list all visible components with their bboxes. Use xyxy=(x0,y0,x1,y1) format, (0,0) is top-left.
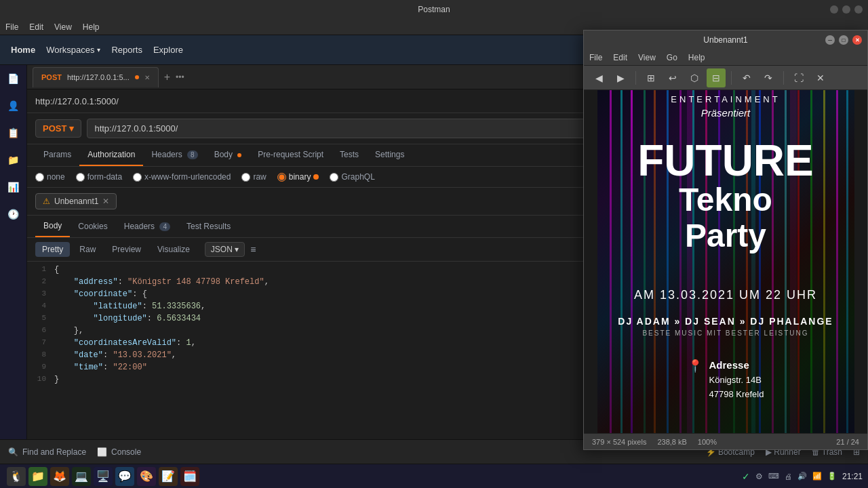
taskbar-wifi-icon[interactable]: 📶 xyxy=(812,472,822,481)
taskbar-files-icon[interactable]: 📁 xyxy=(28,467,47,486)
format-tab-preview[interactable]: Preview xyxy=(105,242,148,257)
viewer-rotate-right-button[interactable]: ↷ xyxy=(759,68,778,87)
sidebar-chart-icon[interactable]: 📊 xyxy=(5,179,22,195)
viewer-view-mode-button[interactable]: ⊟ xyxy=(707,68,726,87)
taskbar-pycharm-icon[interactable]: 🎨 xyxy=(137,467,156,486)
radio-form-data[interactable]: form-data xyxy=(76,172,122,182)
tab-body[interactable]: Body xyxy=(206,144,250,166)
viewer-close-button[interactable]: ✕ xyxy=(852,35,862,45)
poster-address-line2: 47798 Krefeld xyxy=(709,388,764,402)
resp-tab-cookies[interactable]: Cookies xyxy=(70,216,115,237)
viewer-menu-edit[interactable]: Edit xyxy=(613,53,627,62)
poster-address-line1: Königstr. 14B xyxy=(709,373,764,388)
viewer-resize-button[interactable]: □ xyxy=(839,35,848,45)
menu-help[interactable]: Help xyxy=(83,22,100,32)
sidebar-clock-icon[interactable]: 🕐 xyxy=(5,206,22,222)
viewer-minimize-button[interactable]: ─ xyxy=(825,35,835,45)
viewer-prev-page-button[interactable]: ↩ xyxy=(663,68,682,87)
radio-binary[interactable]: binary xyxy=(277,172,319,182)
format-tab-raw[interactable]: Raw xyxy=(73,242,102,257)
reports-button[interactable]: Reports xyxy=(111,45,142,55)
viewer-rotate-left-button[interactable]: ↶ xyxy=(737,68,756,87)
radio-raw[interactable]: raw xyxy=(241,172,266,182)
workspaces-button[interactable]: Workspaces ▾ xyxy=(46,45,100,55)
console-label: Console xyxy=(111,447,141,457)
taskbar-screen-icon[interactable]: 🖥️ xyxy=(94,467,113,486)
unsaved-dot xyxy=(135,75,139,79)
tab-pre-request-label: Pre-request Script xyxy=(258,150,323,159)
maximize-button[interactable]: □ xyxy=(842,5,850,14)
sidebar-history-icon[interactable]: 📋 xyxy=(5,125,22,141)
viewer-forward-button[interactable]: ▶ xyxy=(611,68,630,87)
find-replace-label: Find and Replace xyxy=(22,447,86,457)
minimize-button[interactable]: ─ xyxy=(830,5,838,14)
taskbar-check-icon[interactable]: ✓ xyxy=(742,471,750,482)
radio-urlencoded[interactable]: x-www-form-urlencoded xyxy=(133,172,231,182)
taskbar-volume-icon[interactable]: 🔊 xyxy=(797,472,807,481)
viewer-window-controls[interactable]: ─ □ ✕ xyxy=(825,35,862,45)
toolbar-separator-3 xyxy=(783,71,784,85)
toolbar-separator-1 xyxy=(635,71,636,85)
tab-headers[interactable]: Headers 8 xyxy=(143,144,205,166)
home-button[interactable]: Home xyxy=(11,45,35,55)
menu-edit[interactable]: Edit xyxy=(29,22,43,32)
menu-view[interactable]: View xyxy=(54,22,72,32)
viewer-menu-file[interactable]: File xyxy=(589,53,602,62)
viewer-menu-go[interactable]: Go xyxy=(667,53,677,62)
taskbar-skype-icon[interactable]: 💬 xyxy=(115,467,134,486)
tab-authorization[interactable]: Authorization xyxy=(79,144,143,166)
taskbar-terminal-icon[interactable]: 💻 xyxy=(72,467,91,486)
taskbar-postman-icon[interactable]: 📝 xyxy=(159,467,178,486)
sidebar-new-icon[interactable]: 📄 xyxy=(5,70,22,87)
window-controls[interactable]: ─ □ ✕ xyxy=(830,5,863,14)
method-selector[interactable]: POST ▾ xyxy=(35,119,81,138)
explore-button[interactable]: Explore xyxy=(153,45,183,55)
resp-tab-body[interactable]: Body xyxy=(35,216,70,237)
viewer-fullscreen-button[interactable]: ⛶ xyxy=(789,68,808,87)
new-tab-button[interactable]: + xyxy=(159,71,176,83)
title-bar: Postman ─ □ ✕ xyxy=(0,0,868,19)
filter-icon[interactable]: ≡ xyxy=(250,244,256,255)
format-tab-visualize[interactable]: Visualize xyxy=(151,242,197,257)
format-type-selector[interactable]: JSON ▾ xyxy=(205,242,245,257)
radio-graphql[interactable]: GraphQL xyxy=(330,172,374,182)
sidebar-person-icon[interactable]: 👤 xyxy=(5,98,22,114)
viewer-first-page-button[interactable]: ⊞ xyxy=(642,68,660,87)
find-replace-button[interactable]: 🔍 Find and Replace xyxy=(8,447,86,457)
request-tab[interactable]: POST http://127.0.0.1:5... ✕ xyxy=(33,67,159,87)
tab-params[interactable]: Params xyxy=(35,144,79,166)
poster-future-text: FUTURE xyxy=(637,139,814,182)
menu-file[interactable]: File xyxy=(5,22,18,32)
taskbar-settings-icon2[interactable]: ⚙ xyxy=(755,472,763,481)
response-file-name: Unbenannt1 xyxy=(54,197,98,206)
taskbar-linux-icon[interactable]: 🐧 xyxy=(7,467,26,486)
resp-tab-test-results[interactable]: Test Results xyxy=(178,216,239,237)
viewer-next-page-button[interactable]: ⬡ xyxy=(685,68,704,87)
tab-close-button[interactable]: ✕ xyxy=(144,74,150,81)
format-tab-pretty[interactable]: Pretty xyxy=(35,242,70,257)
response-file-close[interactable]: ✕ xyxy=(102,197,109,206)
tab-pre-request[interactable]: Pre-request Script xyxy=(250,144,332,166)
viewer-back-button[interactable]: ◀ xyxy=(589,68,608,87)
console-button[interactable]: ⬜ Console xyxy=(97,447,141,457)
binary-active-dot xyxy=(313,174,319,180)
sidebar-folder-icon[interactable]: 📁 xyxy=(5,152,22,168)
poster-pin-icon: 📍 xyxy=(688,359,703,373)
body-active-dot xyxy=(237,153,241,157)
more-tabs-button[interactable]: ••• xyxy=(176,73,184,82)
viewer-close-view-button[interactable]: ✕ xyxy=(811,68,830,87)
taskbar-firefox-icon[interactable]: 🦊 xyxy=(50,467,69,486)
close-button[interactable]: ✕ xyxy=(854,5,863,14)
tab-settings[interactable]: Settings xyxy=(367,144,412,166)
poster-prasentiert-text: Präsentiert xyxy=(671,107,780,119)
taskbar-print-icon: 🖨 xyxy=(785,472,792,481)
radio-none[interactable]: none xyxy=(35,172,65,182)
viewer-menu-help[interactable]: Help xyxy=(688,53,705,62)
viewer-menu-view[interactable]: View xyxy=(638,53,656,62)
resp-tab-headers[interactable]: Headers 4 xyxy=(116,216,178,237)
taskbar-calendar-icon[interactable]: 🗓️ xyxy=(180,467,199,486)
tab-tests[interactable]: Tests xyxy=(332,144,367,166)
viewer-toolbar: ◀ ▶ ⊞ ↩ ⬡ ⊟ ↶ ↷ ⛶ ✕ xyxy=(584,66,867,90)
workspaces-label: Workspaces xyxy=(46,45,94,55)
left-sidebar: 📄 👤 📋 📁 📊 🕐 xyxy=(0,65,27,464)
